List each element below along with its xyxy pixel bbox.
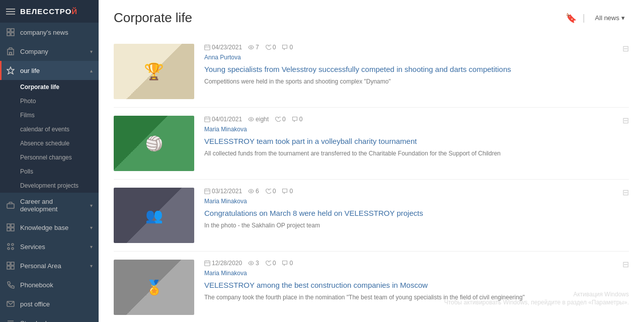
news-author-4[interactable]: Maria Minakova	[204, 270, 629, 277]
sidebar-item-personnel-changes[interactable]: Personnel changes	[0, 150, 99, 165]
svg-point-33	[251, 47, 252, 48]
news-author-3[interactable]: Maria Minakova	[204, 198, 629, 205]
news-title-4[interactable]: VELESSTROY among the best construction c…	[204, 280, 629, 290]
sidebar-item-personal-area[interactable]: Personal Area ▾	[0, 256, 99, 275]
sidebar-item-absence-schedule[interactable]: Absence schedule	[0, 136, 99, 150]
all-news-button[interactable]: All news ▾	[591, 12, 629, 24]
sidebar-item-our-life[interactable]: our life ▴	[0, 61, 99, 80]
sidebar-item-phonebook[interactable]: Phonebook	[0, 275, 99, 294]
sidebar-label-knowledge-base: Knowledge base	[20, 224, 85, 231]
mail-icon	[6, 299, 15, 308]
phone-icon	[6, 280, 15, 289]
sidebar-label-post-office: post office	[20, 300, 93, 308]
page-header: Corporate life 🔖 | All news ▾	[114, 10, 629, 26]
sidebar-label-our-life: our life	[20, 67, 85, 74]
svg-point-17	[8, 244, 10, 246]
main-content: Corporate life 🔖 | All news ▾	[99, 0, 644, 322]
svg-marker-11	[7, 67, 14, 74]
sidebar-item-post-office[interactable]: post office	[0, 294, 99, 313]
chevron-down-icon: ▾	[90, 49, 93, 54]
logo: ВЕЛЕССТРОЙ	[20, 7, 77, 16]
divider: |	[583, 13, 585, 23]
news-title-3[interactable]: Congratulations on March 8 were held on …	[204, 208, 629, 218]
news-card-1: 04/23/2021 7 0	[114, 36, 629, 108]
svg-rect-22	[11, 262, 14, 265]
hamburger-menu-icon[interactable]	[6, 9, 15, 15]
sidebar-item-photo[interactable]: Photo	[0, 94, 99, 108]
news-comments-4: 0	[282, 260, 293, 267]
svg-rect-34	[205, 117, 210, 122]
list-icon	[6, 318, 15, 322]
sidebar-label-standard-menu: Standard menu	[20, 319, 93, 323]
sidebar-item-corporate-life[interactable]: Corporate life	[0, 80, 99, 94]
news-likes-2: 0	[275, 116, 286, 123]
our-life-subnav: Corporate life Photo Films calendar of e…	[0, 80, 99, 193]
svg-point-38	[251, 119, 252, 120]
news-meta-4: 12/28/2020 3 0	[204, 260, 629, 267]
news-title-1[interactable]: Young specialists from Velesstroy succes…	[204, 64, 629, 74]
sidebar-item-services[interactable]: Services ▾	[0, 237, 99, 256]
svg-rect-2	[7, 33, 10, 36]
news-body-2: 04/01/2021 eight 0	[204, 116, 629, 171]
news-views-1: 7	[248, 44, 259, 51]
svg-rect-13	[7, 224, 10, 227]
active-bar	[0, 61, 2, 80]
svg-point-43	[251, 191, 252, 192]
news-likes-3: 0	[265, 188, 276, 195]
news-views-3: 6	[248, 188, 259, 195]
news-body-4: 12/28/2020 3 0	[204, 260, 629, 315]
news-date-3: 03/12/2021	[204, 188, 242, 195]
news-views-2: eight	[248, 116, 269, 123]
news-body-1: 04/23/2021 7 0	[204, 44, 629, 99]
sidebar-item-career[interactable]: Career and development ▾	[0, 193, 99, 218]
grid-icon	[6, 28, 15, 37]
sidebar-label-companys-news: company's news	[20, 29, 93, 36]
svg-point-18	[12, 244, 14, 246]
svg-rect-29	[205, 45, 210, 50]
sidebar-item-companys-news[interactable]: company's news	[0, 23, 99, 42]
chevron-up-icon: ▴	[90, 68, 93, 73]
card-bookmark-4[interactable]: ⊟	[622, 260, 629, 269]
news-author-1[interactable]: Anna Purtova	[204, 54, 629, 61]
news-title-2[interactable]: VELESSTROY team took part in a volleybal…	[204, 136, 629, 146]
svg-point-48	[251, 263, 252, 264]
news-likes-1: 0	[265, 44, 276, 51]
sidebar-label-personal-area: Personal Area	[20, 262, 85, 270]
card-bookmark-2[interactable]: ⊟	[622, 116, 629, 125]
news-desc-1: Competitions were held in the sports and…	[204, 77, 629, 86]
news-meta-1: 04/23/2021 7 0	[204, 44, 629, 51]
news-thumb-3	[114, 188, 194, 243]
svg-rect-7	[10, 52, 12, 55]
chevron-down-icon: ▾	[90, 244, 93, 250]
news-author-2[interactable]: Maria Minakova	[204, 126, 629, 133]
sidebar-item-films[interactable]: Films	[0, 108, 99, 122]
sidebar-item-standard-menu[interactable]: Standard menu	[0, 313, 99, 322]
sidebar-item-knowledge-base[interactable]: Knowledge base ▾	[0, 218, 99, 237]
svg-rect-1	[11, 29, 14, 32]
header-right: 🔖 | All news ▾	[566, 12, 629, 24]
svg-rect-12	[7, 204, 14, 208]
news-card-4: 12/28/2020 3 0	[114, 252, 629, 322]
sidebar-label-phonebook: Phonebook	[20, 281, 93, 289]
bookmark-main-icon[interactable]: 🔖	[566, 13, 577, 24]
sidebar-item-polls[interactable]: Polls	[0, 165, 99, 179]
page-title: Corporate life	[114, 10, 192, 26]
svg-rect-23	[7, 266, 10, 269]
news-thumb-4	[114, 260, 194, 315]
news-comments-1: 0	[282, 44, 293, 51]
sidebar-item-company[interactable]: Company ▾	[0, 42, 99, 61]
svg-point-20	[12, 248, 14, 250]
svg-rect-21	[7, 262, 10, 265]
apps-icon	[6, 242, 15, 251]
sidebar-item-calendar-events[interactable]: calendar of events	[0, 122, 99, 136]
svg-rect-39	[205, 189, 210, 194]
svg-rect-24	[11, 266, 14, 269]
news-date-4: 12/28/2020	[204, 260, 242, 267]
news-date-1: 04/23/2021	[204, 44, 242, 51]
svg-point-19	[8, 248, 10, 250]
card-bookmark-1[interactable]: ⊟	[622, 44, 629, 53]
sidebar-item-development-projects[interactable]: Development projects	[0, 179, 99, 193]
svg-rect-0	[7, 29, 10, 32]
news-desc-2: All collected funds from the tournament …	[204, 149, 629, 158]
card-bookmark-3[interactable]: ⊟	[622, 188, 629, 197]
